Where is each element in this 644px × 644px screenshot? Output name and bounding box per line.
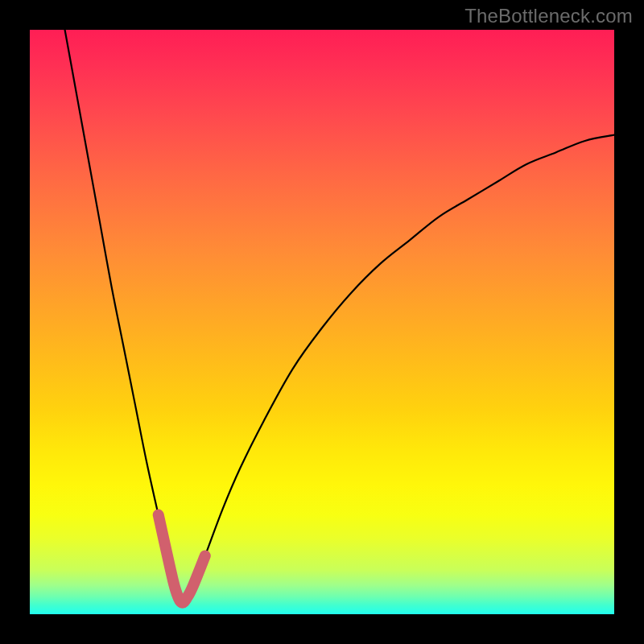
bottleneck-curve-highlight bbox=[159, 515, 205, 603]
curve-layer bbox=[30, 30, 614, 614]
chart-frame: TheBottleneck.com bbox=[0, 0, 644, 644]
watermark-text: TheBottleneck.com bbox=[464, 5, 633, 27]
bottleneck-curve bbox=[65, 30, 614, 603]
plot-area bbox=[30, 30, 614, 614]
